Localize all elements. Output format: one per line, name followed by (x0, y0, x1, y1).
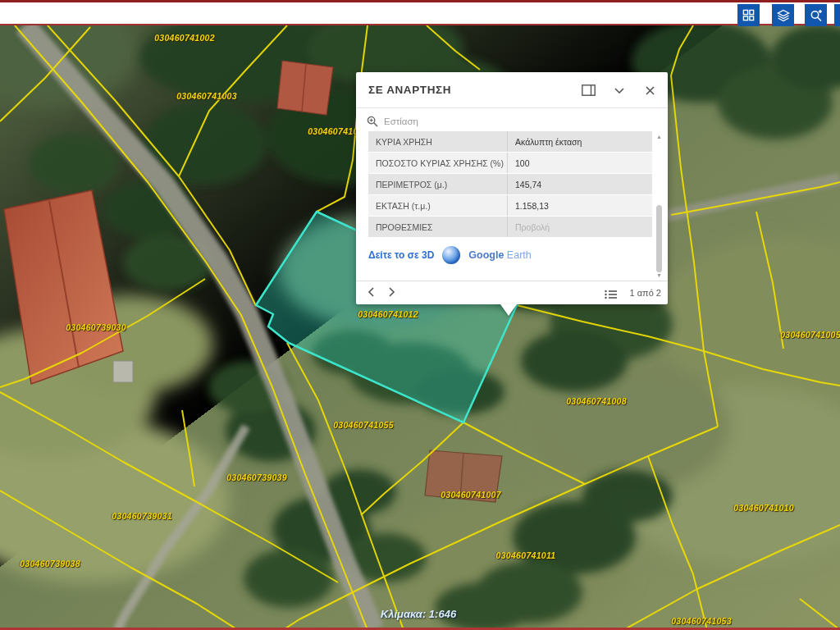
attribute-row: ΠΟΣΟΣΤΟ ΚΥΡΙΑΣ ΧΡΗΣΗΣ (%)100 (368, 153, 652, 173)
popup-scrollbar: ▲ ▼ (655, 133, 663, 279)
attribute-label: ΠΕΡΙΜΕΤΡΟΣ (μ.) (368, 174, 508, 194)
pagination-count: 1 από 2 (630, 288, 661, 298)
popup-title: ΣΕ ΑΝΑΡΤΗΣΗ (368, 84, 451, 96)
scroll-down-arrow[interactable]: ▼ (655, 272, 663, 279)
attribute-table: ΚΥΡΙΑ ΧΡΗΣΗΑκάλυπτη έκτασηΠΟΣΟΣΤΟ ΚΥΡΙΑΣ… (368, 131, 652, 238)
building-shed (113, 361, 133, 382)
attribute-value: 1.158,13 (508, 201, 652, 211)
attribute-value: 145,74 (508, 180, 652, 189)
popup-callout-pointer (500, 304, 517, 316)
google-earth-icon (442, 246, 460, 264)
view-3d-label: Δείτε το σε 3D (368, 249, 434, 261)
attribute-value: Ακάλυπτη έκταση (508, 137, 652, 147)
attribute-row: ΠΕΡΙΜΕΤΡΟΣ (μ.)145,74 (368, 174, 652, 194)
close-icon[interactable] (641, 82, 658, 98)
attribute-row: ΕΚΤΑΣΗ (τ.μ.)1.158,13 (368, 195, 652, 216)
attribute-label: ΠΡΟΘΕΣΜΙΕΣ (368, 217, 508, 237)
popup-footer: 1 από 2 (356, 281, 668, 304)
chevron-down-icon[interactable] (611, 82, 628, 98)
top-toolbar (0, 0, 840, 25)
scrollbar-thumb[interactable] (656, 205, 662, 272)
attribute-label: ΚΥΡΙΑ ΧΡΗΣΗ (368, 131, 508, 152)
attribute-label: ΠΟΣΟΣΤΟ ΚΥΡΙΑΣ ΧΡΗΣΗΣ (%) (368, 153, 508, 173)
search-plus-button[interactable] (805, 4, 827, 26)
attribute-value: 100 (508, 158, 652, 168)
partial-edge-button[interactable] (834, 4, 840, 26)
attribute-value-link[interactable]: Προβολή (508, 222, 652, 232)
attribute-row: ΚΥΡΙΑ ΧΡΗΣΗΑκάλυπτη έκταση (368, 131, 652, 152)
attribute-label: ΕΚΤΑΣΗ (τ.μ.) (368, 195, 508, 216)
apps-grid-button[interactable] (737, 4, 760, 26)
magnifier-plus-icon (367, 116, 378, 127)
next-feature-button[interactable] (384, 285, 400, 301)
view-3d-link[interactable]: Δείτε το σε 3D Google Earth (368, 244, 532, 266)
popup-header: ΣΕ ΑΝΑΡΤΗΣΗ (356, 72, 668, 108)
prev-feature-button[interactable] (363, 285, 379, 301)
dock-icon[interactable] (580, 82, 596, 98)
zoom-to-feature-action[interactable]: Εστίαση (367, 113, 418, 130)
google-earth-brand: Google Earth (468, 249, 531, 261)
zoom-action-label: Εστίαση (384, 116, 418, 126)
scroll-up-arrow[interactable]: ▲ (655, 133, 663, 140)
attribute-row: ΠΡΟΘΕΣΜΙΕΣΠροβολή (368, 217, 652, 237)
layers-button[interactable] (772, 4, 794, 26)
app-window: Κλίμακα: 1:646 0304607410020304607410030… (0, 0, 840, 630)
feature-list-icon[interactable] (605, 288, 617, 303)
feature-info-popup: ΣΕ ΑΝΑΡΤΗΣΗ Εστίαση ΚΥΡΙΑ ΧΡΗΣΗΑκάλυπτη … (356, 72, 668, 304)
